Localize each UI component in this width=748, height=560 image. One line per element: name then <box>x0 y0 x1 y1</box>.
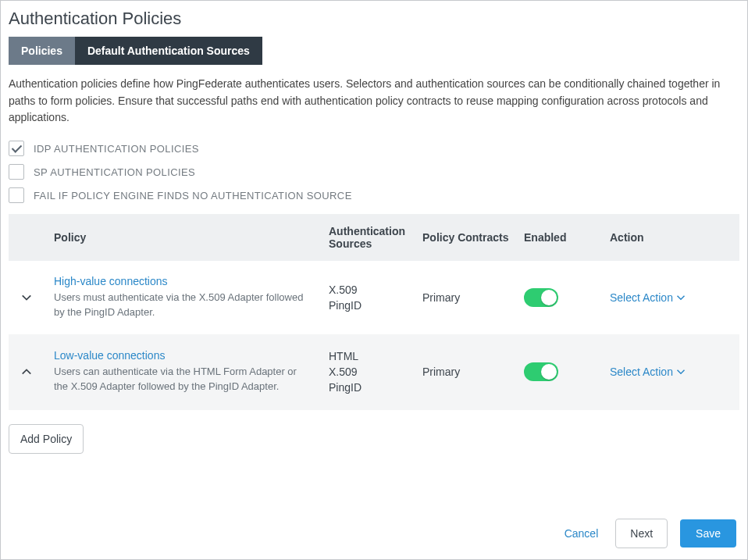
idp-auth-policies-checkbox[interactable] <box>9 141 24 156</box>
chevron-down-icon <box>676 367 686 376</box>
footer-actions: Cancel Next Save <box>560 519 736 548</box>
checkbox-row-idp: IDP AUTHENTICATION POLICIES <box>9 141 739 156</box>
description-text: Authentication policies define how PingF… <box>9 76 739 127</box>
tab-policies[interactable]: Policies <box>9 37 75 65</box>
th-action: Action <box>610 231 727 244</box>
idp-auth-policies-label: IDP AUTHENTICATION POLICIES <box>34 143 199 155</box>
tab-default-sources[interactable]: Default Authentication Sources <box>75 37 262 65</box>
table-row: Low-value connections Users can authenti… <box>9 334 739 410</box>
tabs: Policies Default Authentication Sources <box>9 37 739 65</box>
select-action-dropdown[interactable]: Select Action <box>610 291 686 304</box>
select-action-label: Select Action <box>610 291 673 304</box>
chevron-up-icon <box>21 366 32 377</box>
enabled-toggle[interactable] <box>524 288 558 307</box>
policy-contracts-cell: Primary <box>422 366 524 378</box>
policy-description: Users must authenticate via the X.509 Ad… <box>54 291 313 320</box>
save-button[interactable]: Save <box>680 519 736 548</box>
page-title: Authentication Policies <box>9 9 739 29</box>
next-button[interactable]: Next <box>615 519 668 548</box>
policy-contracts-cell: Primary <box>422 291 524 304</box>
sp-auth-policies-checkbox[interactable] <box>9 164 24 180</box>
expand-row-icon[interactable] <box>21 292 54 303</box>
policy-name-link[interactable]: Low-value connections <box>54 349 313 362</box>
sp-auth-policies-label: SP AUTHENTICATION POLICIES <box>34 166 195 178</box>
checkbox-row-fail: FAIL IF POLICY ENGINE FINDS NO AUTHENTIC… <box>9 187 739 203</box>
table-row: High-value connections Users must authen… <box>9 261 739 334</box>
auth-sources-cell: HTML X.509 PingID <box>329 348 422 396</box>
th-sources: Authentication Sources <box>329 225 422 250</box>
policy-name-link[interactable]: High-value connections <box>54 275 313 287</box>
th-contracts: Policy Contracts <box>422 231 524 244</box>
th-enabled: Enabled <box>524 231 610 244</box>
fail-no-source-checkbox[interactable] <box>9 187 24 203</box>
select-action-label: Select Action <box>610 366 673 378</box>
table-header: Policy Authentication Sources Policy Con… <box>9 214 739 261</box>
cancel-button[interactable]: Cancel <box>560 519 604 548</box>
enabled-toggle[interactable] <box>524 362 558 381</box>
fail-no-source-label: FAIL IF POLICY ENGINE FINDS NO AUTHENTIC… <box>34 190 352 202</box>
add-policy-button[interactable]: Add Policy <box>9 424 84 454</box>
collapse-row-icon[interactable] <box>21 366 54 377</box>
select-action-dropdown[interactable]: Select Action <box>610 366 686 378</box>
policies-table: Policy Authentication Sources Policy Con… <box>9 214 739 410</box>
auth-sources-cell: X.509 PingID <box>329 282 422 314</box>
th-policy: Policy <box>54 231 329 244</box>
chevron-down-icon <box>21 292 32 303</box>
chevron-down-icon <box>676 293 686 302</box>
policy-description: Users can authenticate via the HTML Form… <box>54 365 313 394</box>
checkbox-row-sp: SP AUTHENTICATION POLICIES <box>9 164 739 180</box>
